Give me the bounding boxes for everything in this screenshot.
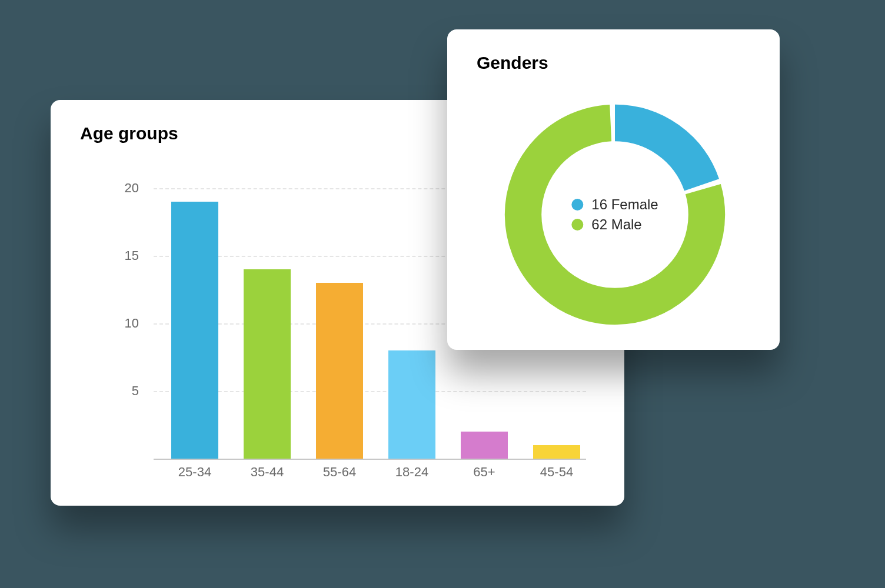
legend-row-female: 16 Female <box>571 196 658 213</box>
legend-row-male: 62 Male <box>571 216 658 233</box>
x-axis-line <box>154 459 586 460</box>
y-axis-tick: 15 <box>115 248 139 263</box>
legend-swatch-male <box>571 219 583 230</box>
bar-45-54 <box>533 445 580 459</box>
y-axis-tick: 20 <box>115 181 139 196</box>
bar-35-44 <box>244 269 291 459</box>
bar-25-34 <box>171 202 218 459</box>
x-axis-tick: 45-54 <box>527 465 586 480</box>
x-axis-tick: 18-24 <box>382 465 441 480</box>
genders-card: Genders 16 Female 62 Male <box>447 29 780 350</box>
bar-55-64 <box>316 283 363 459</box>
x-axis-tick: 25-34 <box>165 465 224 480</box>
genders-title: Genders <box>447 29 780 73</box>
legend-label-male: 62 Male <box>591 216 641 233</box>
y-axis-tick: 5 <box>115 383 139 399</box>
x-axis-tick: 35-44 <box>238 465 297 480</box>
grid-line <box>154 391 586 392</box>
genders-legend: 16 Female 62 Male <box>571 193 658 236</box>
genders-donut-chart: 16 Female 62 Male <box>500 100 730 329</box>
bar-65+ <box>461 432 508 459</box>
x-axis-tick: 55-64 <box>310 465 369 480</box>
legend-swatch-female <box>571 199 583 211</box>
bar-18-24 <box>388 350 435 459</box>
legend-label-female: 16 Female <box>591 196 658 213</box>
x-axis-tick: 65+ <box>455 465 514 480</box>
y-axis-tick: 10 <box>115 316 139 331</box>
